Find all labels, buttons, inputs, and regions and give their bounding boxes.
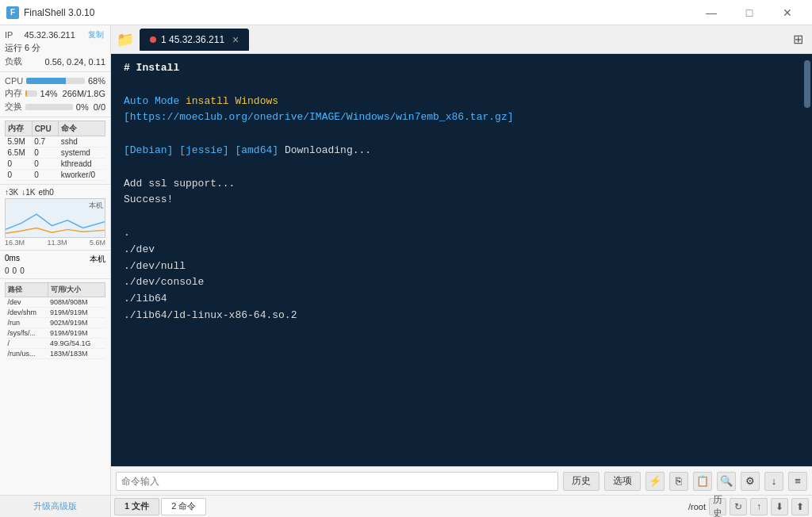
- tab-bar-right: ⊞: [787, 29, 809, 51]
- disk-path: /dev/shm: [6, 308, 48, 318]
- tab-bar-left: 📁 1 45.32.36.211 ×: [114, 29, 249, 51]
- download-button[interactable]: ↓: [764, 472, 783, 491]
- bottom-tab-bar: 1 文件 2 命令 /root 历史 ↻ ↑ ⬇ ⬆: [111, 495, 812, 517]
- load-row: 负载 0.56, 0.24, 0.11: [5, 55, 105, 68]
- mem-label: 内存: [5, 87, 22, 99]
- proc-cmd: kthreadd: [59, 159, 105, 170]
- disk-path: /run/us...: [6, 349, 48, 359]
- minimize-button[interactable]: —: [693, 0, 730, 25]
- swap-row: 交换 0% 0/0: [5, 100, 105, 113]
- process-row: 00kthreadd: [6, 159, 105, 170]
- disk-header-path: 路径: [6, 283, 48, 297]
- cpu-mem-section: CPU 68% 内存 14% 266M/1.8G: [0, 72, 110, 117]
- terminal-line-11: ./lib64: [124, 291, 799, 308]
- bracket-amd64: [amd64]: [235, 144, 278, 156]
- terminal-line-4: [Debian] [jessie] [amd64] Downloading...: [124, 143, 799, 159]
- grid-view-button[interactable]: ⊞: [787, 29, 809, 51]
- net-max2: 11.3M: [47, 239, 67, 247]
- title-bar: F FinalShell 3.0.10 — □ ✕: [0, 0, 812, 25]
- proc-header-cmd: 命令: [59, 121, 105, 136]
- tab-bar: 📁 1 45.32.36.211 × ⊞: [111, 25, 812, 54]
- command-bar: 历史 选项 ⚡ ⎘ 📋 🔍 ⚙ ↓ ≡: [111, 466, 812, 495]
- copy-button[interactable]: 复制: [86, 29, 105, 40]
- option-button[interactable]: 选项: [604, 472, 641, 491]
- proc-header-mem: 内存: [6, 121, 33, 136]
- load-value: 0.56, 0.24, 0.11: [45, 57, 105, 67]
- ssl-text: Add ssl support...: [124, 178, 235, 190]
- proc-mem: 5.9M: [6, 136, 33, 147]
- settings-button[interactable]: ⚙: [741, 472, 760, 491]
- tab-label: 1 45.32.36.211: [161, 34, 224, 45]
- proc-cpu: 0: [32, 147, 59, 159]
- bracket-jessie: [jessie]: [179, 144, 228, 156]
- proc-cmd: systemd: [59, 147, 105, 159]
- search-button[interactable]: 🔍: [717, 472, 736, 491]
- lightning-button[interactable]: ⚡: [645, 472, 665, 491]
- install-cmd: # Install: [124, 62, 179, 74]
- runtime-row: 运行 6 分: [5, 41, 105, 55]
- proc-cpu: 0: [32, 159, 59, 170]
- latency-host: 本机: [90, 254, 105, 265]
- process-row: 6.5M0systemd: [6, 147, 105, 159]
- upgrade-button[interactable]: 升级高级版: [0, 495, 110, 517]
- bottom-history-button[interactable]: 历史: [709, 498, 726, 515]
- disk-avail: 919M/919M: [48, 308, 105, 318]
- disk-row: /run/us...183M/183M: [6, 349, 105, 359]
- url-line: [https://moeclub.org/onedrive/IMAGE/Wind…: [124, 111, 513, 123]
- command-tab[interactable]: 2 命令: [161, 498, 206, 515]
- bottom-download-button[interactable]: ⬇: [771, 498, 788, 515]
- terminal-line-8: ./dev: [124, 242, 799, 258]
- disk-table: 路径 可用/大小 /dev908M/908M/dev/shm919M/919M/…: [5, 282, 105, 359]
- terminal-line-1: # Install: [124, 60, 799, 77]
- terminal-line-6: Success!: [124, 192, 799, 209]
- paste-button[interactable]: 📋: [693, 472, 712, 491]
- bottom-up-button[interactable]: ↑: [750, 498, 768, 515]
- load-label: 负载: [5, 56, 22, 67]
- lat-val-2: 0: [13, 266, 17, 275]
- proc-cmd: kworker/0: [59, 170, 105, 181]
- network-section: ↑3K ↓1K eth0 本机 16.3M 11.3M 5.6M: [0, 185, 110, 251]
- disk-row: /run902M/919M: [6, 318, 105, 328]
- disk-avail: 919M/919M: [48, 328, 105, 339]
- tab-close-button[interactable]: ×: [232, 33, 239, 46]
- swap-label: 交换: [5, 101, 22, 113]
- folder-button[interactable]: 📁: [114, 29, 136, 51]
- net-graph: 本机: [5, 198, 105, 238]
- copy-cmd-button[interactable]: ⎘: [669, 472, 688, 491]
- bracket-debian: [Debian]: [124, 144, 173, 156]
- proc-mem: 6.5M: [6, 147, 33, 159]
- terminal-scrollbar[interactable]: [804, 60, 810, 108]
- disk-header-avail: 可用/大小: [48, 283, 105, 297]
- proc-mem: 0: [6, 170, 33, 181]
- success-text: Success!: [124, 193, 173, 205]
- sidebar: IP 45.32.36.211 复制 运行 6 分 负载 0.56, 0.24,…: [0, 25, 111, 517]
- proc-header-cpu: CPU: [32, 121, 59, 136]
- process-row: 5.9M0.7sshd: [6, 136, 105, 147]
- net-up: ↑3K: [5, 188, 18, 197]
- history-button[interactable]: 历史: [563, 472, 599, 491]
- terminal[interactable]: # Install Auto Mode insatll Windows [htt…: [111, 54, 812, 466]
- disk-row: /dev908M/908M: [6, 297, 105, 308]
- tab-status-dot: [150, 36, 156, 43]
- maximize-button[interactable]: □: [731, 0, 768, 25]
- bottom-refresh-button[interactable]: ↻: [730, 498, 747, 515]
- bottom-upload-button[interactable]: ⬆: [791, 498, 809, 515]
- close-button[interactable]: ✕: [769, 0, 806, 25]
- downloading-text: Downloading...: [285, 144, 371, 156]
- disk-row: /sys/fs/...919M/919M: [6, 328, 105, 339]
- connection-tab[interactable]: 1 45.32.36.211 ×: [140, 29, 249, 51]
- terminal-line-5: Add ssl support...: [124, 176, 799, 193]
- main-layout: IP 45.32.36.211 复制 运行 6 分 负载 0.56, 0.24,…: [0, 25, 812, 517]
- menu-button[interactable]: ≡: [788, 472, 807, 491]
- cpu-label: CPU: [5, 76, 23, 86]
- file-tab[interactable]: 1 文件: [114, 498, 159, 515]
- cpu-row: CPU 68%: [5, 75, 105, 86]
- disk-path: /sys/fs/...: [6, 328, 48, 339]
- command-input[interactable]: [116, 472, 558, 491]
- proc-mem: 0: [6, 159, 33, 170]
- disk-row: /dev/shm919M/919M: [6, 308, 105, 318]
- window-controls: — □ ✕: [693, 0, 806, 25]
- disk-path: /: [6, 339, 48, 349]
- net-local-label: 本机: [89, 201, 103, 211]
- lat-val-3: 0: [20, 266, 25, 275]
